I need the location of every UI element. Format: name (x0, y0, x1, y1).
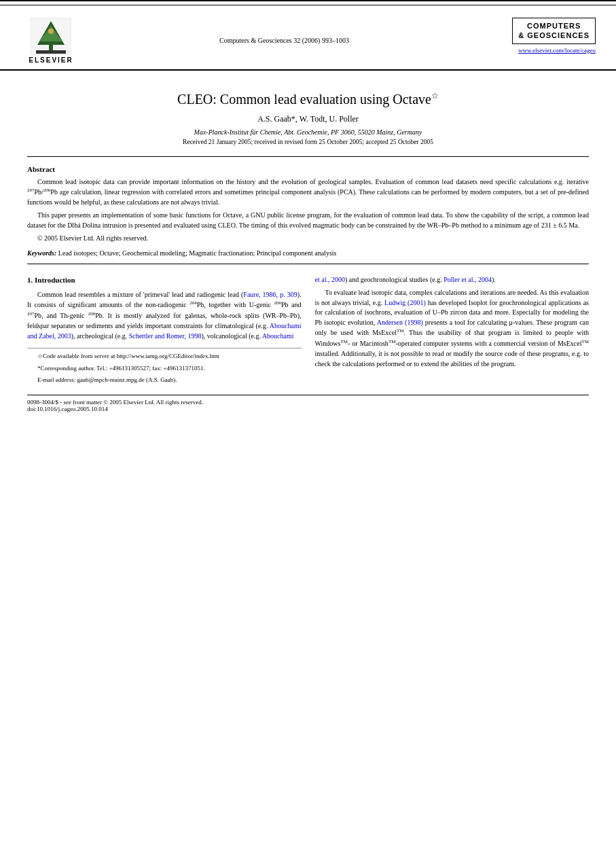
journal-title-box: Computers & Geosciences (512, 18, 596, 44)
left-column: 1. Introduction Common lead resembles a … (27, 275, 302, 388)
elsevier-label: ELSEVIER (29, 56, 73, 64)
abstract-section: Abstract Common lead isotopic data can p… (27, 165, 589, 264)
two-column-body: 1. Introduction Common lead resembles a … (27, 275, 589, 388)
star-footnote: ☆ (431, 91, 439, 101)
abstract-title: Abstract (27, 165, 589, 173)
abstract-para-1: Common lead isotopic data can provide im… (27, 177, 589, 208)
intro-para-right-2: To evaluate lead isotopic data, complex … (315, 288, 590, 369)
ludwig-ref[interactable]: Ludwig (2001) (384, 299, 426, 306)
journal-title-line1: Computers (518, 21, 590, 31)
footnote-corresponding: *Corresponding author. Tel.: +4961313055… (27, 364, 302, 373)
footnote-area: ☆Code available from server at http://ww… (27, 348, 302, 384)
authors: A.S. Gaab*, W. Todt, U. Poller (27, 114, 589, 124)
faure-ref[interactable]: Faure, 1986, p. 309 (243, 291, 297, 298)
header-right: Computers & Geosciences www.elsevier.com… (487, 18, 596, 54)
andersen-ref[interactable]: Andersen (1998) (377, 319, 423, 326)
intro-para-right-1: et al., 2000) and geochronological studi… (315, 275, 590, 285)
elsevier-logo: ELSEVIER (20, 18, 81, 64)
schettler-ref[interactable]: Schettler and Romer, 1998 (129, 332, 202, 340)
intro-para-left: Common lead resembles a mixture of 'prim… (27, 290, 302, 341)
svg-rect-4 (36, 50, 66, 54)
et-al-2000-ref[interactable]: et al., 2000 (315, 276, 345, 283)
article-body: CLEO: Common lead evaluation using Octav… (0, 71, 616, 426)
page: ELSEVIER Computers & Geosciences 32 (200… (0, 0, 616, 841)
journal-citation: Computers & Geosciences 32 (2006) 993–10… (219, 37, 349, 44)
title-section: CLEO: Common lead evaluation using Octav… (27, 91, 589, 157)
journal-website[interactable]: www.elsevier.com/locate/cageo (518, 47, 596, 54)
footer-issn: 0098-3004/$ - see front matter © 2005 El… (27, 399, 589, 406)
footnote-code: ☆Code available from server at http://ww… (27, 352, 302, 361)
article-title: CLEO: Common lead evaluation using Octav… (27, 91, 589, 107)
right-column: et al., 2000) and geochronological studi… (315, 275, 590, 388)
journal-title-line2: & Geosciences (518, 31, 590, 40)
received-info: Received 21 January 2005; received in re… (27, 139, 589, 145)
footnote-email: E-mail address: gaab@mpch-mainz.mpg.de (… (27, 376, 302, 384)
poller-ref[interactable]: Poller et al., 2004 (443, 276, 492, 283)
journal-info: Computers & Geosciences 32 (2006) 993–10… (81, 18, 487, 44)
affiliation: Max-Planck-Institut für Chemie, Abt. Geo… (27, 128, 589, 136)
page-footer: 0098-3004/$ - see front matter © 2005 El… (27, 395, 589, 412)
abstract-text: Common lead isotopic data can provide im… (27, 177, 589, 244)
abstract-para-3: © 2005 Elsevier Ltd. All rights reserved… (27, 234, 589, 244)
footer-doi: doi:10.1016/j.cageo.2005.10.014 (27, 406, 589, 412)
keywords: Keywords: Lead isotopes; Octave; Geochem… (27, 249, 589, 257)
page-header: ELSEVIER Computers & Geosciences 32 (200… (0, 5, 616, 71)
abouchami-ref[interactable]: Abouchami (262, 332, 294, 340)
keywords-text: Lead isotopes; Octave; Geochemical model… (58, 249, 337, 257)
section-1-heading: 1. Introduction (27, 275, 302, 286)
keywords-label: Keywords: (27, 249, 56, 257)
svg-point-5 (48, 29, 54, 34)
abstract-para-2: This paper presents an implementation of… (27, 211, 589, 230)
